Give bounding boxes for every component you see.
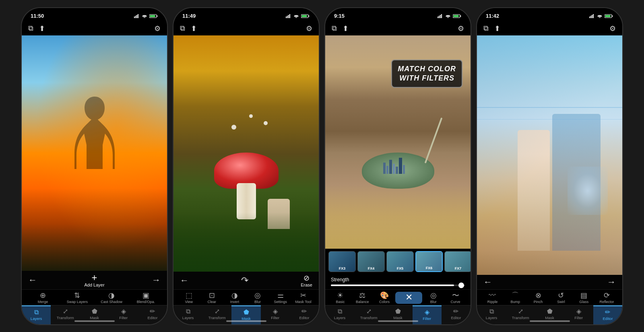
nav-filter-icon-3: ◈ (425, 309, 429, 316)
status-bar-4: 11:42 (477, 8, 622, 23)
status-bar-1: 11:50 (22, 8, 167, 23)
nav-transform-icon-4: ⤢ (518, 308, 523, 315)
swirl-label: Swirl (557, 300, 565, 304)
action-clear[interactable]: ⊡ Clear (200, 292, 223, 304)
masktool-icon: ✂ (300, 292, 306, 299)
erase-button[interactable]: ⊘ Erase (301, 274, 312, 287)
action-basic[interactable]: ☀ Basic (329, 292, 351, 304)
colors-label: Colors (379, 300, 390, 304)
filter-fx7[interactable]: FX7 (444, 251, 471, 272)
layers-toolbar-icon[interactable]: ⧉ (28, 24, 33, 33)
gear-toolbar-icon-4[interactable]: ⚙ (609, 24, 616, 33)
colors-icon: 🎨 (380, 292, 389, 299)
svg-rect-12 (309, 15, 310, 16)
view-icon: ⬚ (186, 292, 192, 299)
strength-track[interactable] (331, 285, 465, 286)
nav-layers-icon-4: ⧉ (489, 308, 494, 315)
filter-fx3[interactable]: FX3 (328, 251, 356, 272)
wifi-icon-3 (445, 14, 451, 18)
ripple-icon: 〰 (489, 292, 496, 299)
action-blur[interactable]: ◎ Blur (246, 292, 269, 304)
upload-toolbar-icon-2[interactable]: ⬆ (191, 24, 197, 33)
status-icons-3 (438, 14, 462, 18)
svg-rect-9 (288, 15, 289, 18)
action-masktool[interactable]: ✂ Mask Tool (292, 292, 315, 304)
svg-rect-5 (157, 15, 158, 16)
nav-tab-editor-4[interactable]: ✏ Editor (593, 305, 622, 324)
gear-toolbar-icon-2[interactable]: ⚙ (306, 24, 312, 33)
filter-strip: FX3 FX4 FX5 FX6 FX7 FX8 (325, 249, 471, 274)
svg-rect-3 (138, 14, 138, 18)
pinch-label: Pinch (534, 300, 543, 304)
nav-mask-icon-2: ⬟ (244, 309, 249, 316)
nav-filter-icon: ◈ (121, 308, 126, 315)
action-blend[interactable]: ▣ Blend/Opa. (129, 292, 163, 304)
pinch-icon: ⊗ (535, 292, 541, 299)
svg-rect-19 (460, 15, 461, 16)
strength-thumb[interactable] (458, 283, 464, 288)
layers-toolbar-icon-4[interactable]: ⧉ (483, 24, 489, 33)
action-balance[interactable]: ⚖ Balance (351, 292, 374, 304)
bottom-gradient (325, 185, 471, 249)
nav-layers-label: Layers (31, 316, 42, 321)
nav-tab-editor-3[interactable]: ✏ Editor (442, 305, 471, 324)
nav-tab-layers-4[interactable]: ⧉ Layers (477, 305, 506, 324)
wifi-icon-4 (597, 14, 603, 18)
blur-icon: ◎ (254, 292, 261, 299)
layers-toolbar-icon-2[interactable]: ⧉ (180, 24, 185, 33)
filter-fx6[interactable]: FX6 (415, 251, 443, 272)
undo-redo-bar-2: ← ↷ ⊘ Erase (173, 272, 319, 289)
add-layer-button[interactable]: + Add Layer (84, 273, 104, 287)
action-reflector[interactable]: ⟳ Reflector (595, 292, 618, 304)
gear-toolbar-icon[interactable]: ⚙ (154, 24, 161, 33)
plants-overlay (22, 188, 167, 271)
action-blur-3[interactable]: ◎ Blur (422, 292, 444, 304)
action-curve[interactable]: 〜 Curve (444, 292, 466, 304)
action-glass[interactable]: ▤ Glass (572, 292, 595, 304)
close-active-icon: ✕ (405, 293, 413, 302)
action-view[interactable]: ⬚ View (178, 292, 200, 304)
action-shadow[interactable]: ◑ Cast Shadow (95, 292, 129, 304)
mushroom-dot-1 (231, 125, 236, 130)
status-icons-4 (589, 14, 613, 18)
plus-icon: + (91, 273, 97, 283)
nav-tab-layers-2[interactable]: ⧉ Layers (173, 305, 202, 324)
shadow-label: Cast Shadow (101, 300, 122, 304)
redo-button-4[interactable]: → (607, 277, 616, 287)
erase-icon: ⊘ (303, 274, 310, 283)
redo-button-1[interactable]: → (152, 275, 161, 285)
phone2-background (173, 35, 319, 272)
upload-toolbar-icon-3[interactable]: ⬆ (343, 24, 349, 33)
action-pinch[interactable]: ⊗ Pinch (527, 292, 550, 304)
upload-toolbar-icon[interactable]: ⬆ (39, 24, 45, 33)
layers-toolbar-icon-3[interactable]: ⧉ (332, 24, 337, 33)
action-merge[interactable]: ⊕ Merge (26, 292, 60, 304)
battery-icon-4 (605, 14, 613, 18)
action-colors[interactable]: 🎨 Colors (374, 292, 396, 304)
action-settings[interactable]: ⚌ Settings (269, 292, 292, 304)
blur-icon-3: ◎ (430, 292, 437, 299)
upload-toolbar-icon-4[interactable]: ⬆ (494, 24, 500, 33)
undo-button-1[interactable]: ← (28, 275, 37, 285)
action-swap[interactable]: ⇅ Swap Layers (60, 292, 94, 304)
action-ripple[interactable]: 〰 Ripple (481, 292, 504, 304)
undo-button-2[interactable]: ← (180, 275, 189, 286)
svg-rect-15 (439, 16, 440, 18)
nav-tab-editor-1[interactable]: ✏ Editor (138, 305, 167, 324)
filter-fx4[interactable]: FX4 (357, 251, 385, 272)
redo-button-2[interactable]: ↷ (241, 275, 248, 286)
phone4-image (477, 35, 622, 275)
glass-icon: ▤ (580, 292, 587, 299)
merge-label: Merge (38, 300, 48, 304)
filter-fx5[interactable]: FX5 (386, 251, 414, 272)
nav-tab-layers-3[interactable]: ⧉ Layers (325, 305, 354, 324)
action-bump[interactable]: ⌒ Bump (504, 292, 527, 304)
action-invert[interactable]: ◑ Invert (223, 292, 246, 304)
nav-tab-layers-1[interactable]: ⧉ Layers (22, 305, 51, 324)
action-swirl[interactable]: ↺ Swirl (549, 292, 572, 304)
undo-button-4[interactable]: ← (483, 277, 492, 287)
home-indicator-4 (530, 320, 570, 322)
gear-toolbar-icon-3[interactable]: ⚙ (458, 24, 464, 33)
action-close-active[interactable]: ✕ (395, 292, 422, 304)
nav-tab-editor-2[interactable]: ✏ Editor (290, 305, 319, 324)
